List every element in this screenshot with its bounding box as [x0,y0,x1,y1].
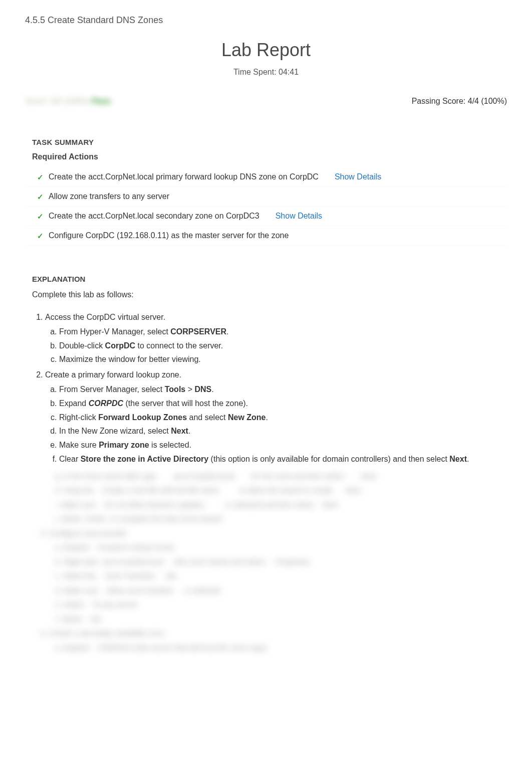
check-icon: ✓ [37,232,44,240]
step-2a: From Server Manager, select Tools > DNS. [59,383,507,396]
time-spent: Time Spent: 04:41 [25,68,507,77]
task-summary-header: TASK SUMMARY [32,138,507,146]
task-text: Create the acct.CorpNet.local secondary … [49,212,259,221]
task-row: ✓ Configure CorpDC (192.168.0.11) as the… [25,226,507,246]
check-icon: ✓ [37,173,44,181]
task-row: ✓ Create the acct.CorpNet.local primary … [25,167,507,187]
blurred-content: g. In the Zone name field, type acct.Cor… [25,470,507,654]
step-2: Create a primary forward lookup zone. Fr… [45,369,507,466]
explanation-header: EXPLANATION [32,275,507,283]
step-1: Access the CorpDC virtual server. From H… [45,311,507,366]
show-details-link[interactable]: Show Details [335,172,381,181]
explanation-steps: Access the CorpDC virtual server. From H… [25,311,507,466]
check-icon: ✓ [37,193,44,201]
task-text: Create the acct.CorpNet.local primary fo… [49,172,319,181]
check-icon: ✓ [37,213,44,220]
step-1b: Double-click CorpDC to connect to the se… [59,340,507,352]
task-list: ✓ Create the acct.CorpNet.local primary … [25,167,507,260]
explanation-intro: Complete this lab as follows: [32,290,507,299]
step-2d: In the New Zone wizard, select Next. [59,425,507,438]
required-actions-header: Required Actions [32,152,507,161]
score-row: Score: 4/4 (100%) Pass Passing Score: 4/… [25,95,507,108]
score-label: Score: 4/4 (100%) Pass [25,97,111,106]
step-2f: Clear Store the zone in Active Directory… [59,453,507,466]
passing-score: Passing Score: 4/4 (100%) [412,97,507,106]
step-2e: Make sure Primary zone is selected. [59,439,507,452]
task-text: Allow zone transfers to any server [49,192,169,201]
step-1a: From Hyper-V Manager, select CORPSERVER. [59,326,507,338]
step-2c: Right-click Forward Lookup Zones and sel… [59,412,507,424]
breadcrumb: 4.5.5 Create Standard DNS Zones [25,15,507,30]
page-title: Lab Report [25,40,507,61]
task-row: ✓ Allow zone transfers to any server [25,187,507,207]
step-1c: Maximize the window for better viewing. [59,353,507,366]
step-2b: Expand CORPDC (the server that will host… [59,398,507,410]
show-details-link[interactable]: Show Details [276,212,322,221]
task-text: Configure CorpDC (192.168.0.11) as the m… [49,231,289,240]
task-row: ✓ Create the acct.CorpNet.local secondar… [25,207,507,226]
